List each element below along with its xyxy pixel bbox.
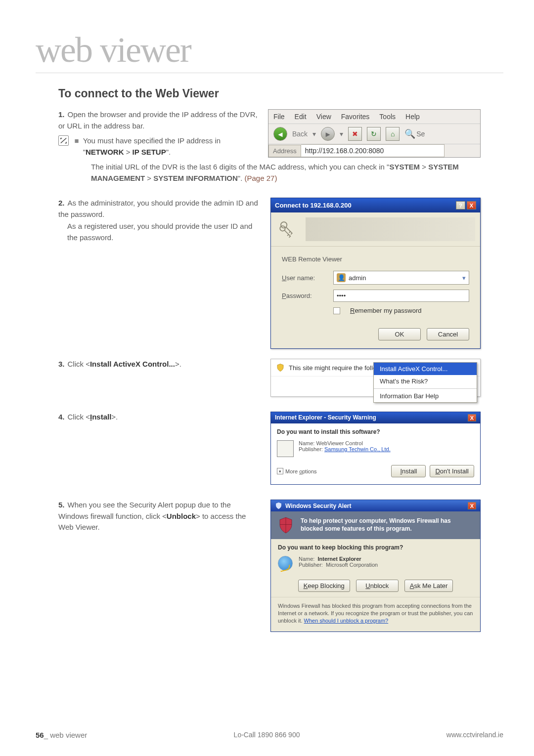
- help-button[interactable]: ?: [456, 201, 465, 210]
- menu-whats-risk[interactable]: What's the Risk?: [374, 375, 477, 387]
- context-menu: Install ActiveX Control... What's the Ri…: [373, 362, 477, 403]
- menu-edit[interactable]: Edit: [295, 113, 307, 121]
- more-options[interactable]: ▾ More options: [277, 468, 317, 474]
- keys-icon: [276, 217, 300, 241]
- back-button[interactable]: ◄: [273, 127, 287, 141]
- username-label: User name:: [282, 274, 326, 282]
- menu-help[interactable]: Help: [405, 113, 420, 121]
- browser-toolbar: File Edit View Favorites Tools Help ◄ Ba…: [268, 109, 481, 158]
- step-1-note2: The initial URL of the DVR is the last 6…: [91, 162, 481, 184]
- page-title: web viewer: [36, 30, 503, 73]
- menu-install-activex[interactable]: Install ActiveX Control...: [374, 363, 477, 375]
- step-1: 1.Open the browser and provide the IP ad…: [58, 109, 259, 158]
- username-field[interactable]: 👤 admin ▾: [333, 271, 469, 285]
- secwarn-question: Do you want to install this software?: [271, 423, 480, 437]
- stop-button[interactable]: ✖: [348, 127, 362, 141]
- menu-file[interactable]: File: [273, 113, 285, 121]
- remember-label: Remember my password: [350, 307, 422, 314]
- secwarn-title: Internet Explorer - Security Warning: [275, 414, 376, 421]
- refresh-button[interactable]: ↻: [367, 127, 381, 141]
- password-label: Password:: [282, 292, 326, 299]
- information-bar: This site might require the following Ac…: [270, 359, 481, 397]
- shield-large-icon: [277, 516, 295, 534]
- page-footer: 56_ web viewer Lo-Call 1890 866 900 www.…: [36, 731, 503, 739]
- step-5: 5.When you see the Security Alert popup …: [58, 500, 262, 533]
- dont-install-button[interactable]: Don't Install: [430, 465, 474, 477]
- dialog-banner: [306, 217, 475, 241]
- svg-point-0: [281, 222, 287, 228]
- install-button[interactable]: Install: [391, 465, 426, 477]
- step-4: 4.Click <Install>.: [58, 412, 262, 423]
- menu-infobar-help[interactable]: Information Bar Help: [374, 390, 477, 402]
- fw-question: Do you want to keep blocking this progra…: [271, 539, 480, 554]
- ok-button[interactable]: OK: [378, 328, 421, 340]
- security-warning-dialog: Internet Explorer - Security Warning X D…: [270, 412, 481, 485]
- close-button[interactable]: X: [468, 502, 476, 509]
- step-3: 3.Click <Install ActiveX Control...>.: [58, 359, 262, 370]
- close-button[interactable]: X: [467, 201, 476, 210]
- close-button[interactable]: X: [468, 414, 476, 421]
- remember-checkbox[interactable]: [333, 307, 340, 314]
- publisher-link[interactable]: Samsung Techwin Co., Ltd.: [324, 446, 391, 452]
- fw-title: Windows Security Alert: [285, 503, 351, 509]
- search-icon[interactable]: 🔍Se: [404, 128, 425, 139]
- fw-help-link[interactable]: When should I unblock a program?: [304, 618, 389, 624]
- ask-later-button[interactable]: Ask Me Later: [404, 580, 453, 592]
- software-icon: [277, 440, 294, 457]
- password-field[interactable]: ••••: [333, 290, 469, 302]
- back-label: Back: [292, 130, 308, 138]
- login-dialog: Connect to 192.168.0.200 ? X: [270, 198, 481, 349]
- login-title: Connect to 192.168.0.200: [275, 202, 352, 209]
- section-heading: To connect to the Web Viewer: [58, 87, 481, 100]
- shield-icon: [276, 363, 285, 372]
- unblock-button[interactable]: Unblock: [356, 580, 399, 592]
- menu-view[interactable]: View: [316, 113, 331, 121]
- user-icon: 👤: [337, 273, 346, 282]
- ie-icon: [278, 556, 293, 571]
- address-input[interactable]: [301, 144, 445, 157]
- home-button[interactable]: ⌂: [386, 127, 400, 141]
- firewall-dialog: Windows Security Alert X To help protect…: [270, 500, 481, 632]
- forward-button[interactable]: ►: [321, 127, 335, 141]
- alert-shield-icon: [275, 502, 282, 509]
- menu-favorites[interactable]: Favorites: [341, 113, 370, 121]
- chevron-down-icon[interactable]: ▾: [462, 274, 466, 282]
- cancel-button[interactable]: Cancel: [427, 328, 469, 340]
- menu-tools[interactable]: Tools: [379, 113, 396, 121]
- login-app: WEB Remote Viewer: [282, 255, 469, 263]
- keep-blocking-button[interactable]: Keep Blocking: [298, 580, 350, 592]
- address-label: Address: [268, 145, 301, 157]
- fw-note: Windows Firewall has blocked this progra…: [271, 597, 480, 631]
- note-icon: [58, 135, 69, 146]
- step-2: 2.As the administrator, you should provi…: [58, 198, 262, 243]
